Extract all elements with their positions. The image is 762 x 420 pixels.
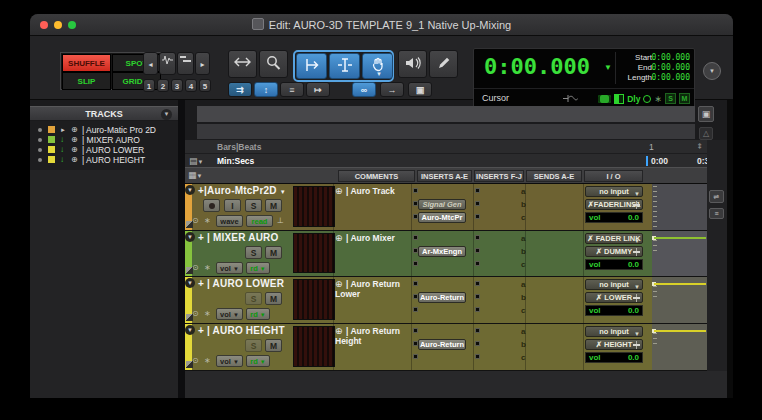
insert-b-plugin[interactable]: Auro-Return <box>418 339 466 350</box>
track-compensation-icon[interactable] <box>614 94 624 104</box>
zoomer-tool-button[interactable] <box>259 50 288 78</box>
track-list-view-icon[interactable]: ▦▼ <box>188 170 202 180</box>
solo-button[interactable]: S <box>245 246 262 259</box>
track-comment[interactable]: | Auro Return <box>346 279 416 289</box>
track-show-dot[interactable] <box>38 138 42 142</box>
send-a[interactable]: a <box>521 326 541 337</box>
smart-tool-group[interactable]: ▼ <box>293 50 394 82</box>
output-window-icon[interactable] <box>633 248 640 256</box>
track-comment-line2[interactable]: Lower <box>335 289 415 299</box>
timebase-icon[interactable]: ⊙ <box>192 216 199 226</box>
track-comment[interactable]: | Auro Return <box>346 326 416 336</box>
mute-button[interactable]: M <box>265 199 282 212</box>
mirrored-midi-editing-button[interactable]: ▣ <box>408 82 432 97</box>
sends-ae-column-header[interactable]: SENDS A-E <box>526 170 582 182</box>
volume-automation-line[interactable] <box>654 330 706 332</box>
mute-button[interactable]: M <box>265 292 282 305</box>
timebase-icon[interactable]: ⊙ <box>192 309 199 319</box>
track-resize-handle[interactable] <box>186 314 193 321</box>
timeline-strip-lower[interactable] <box>197 124 695 139</box>
track-resize-handle[interactable] <box>186 361 193 368</box>
zoom-preset-2[interactable]: 2 <box>157 79 169 92</box>
track-options-button[interactable]: ▼ <box>185 325 195 335</box>
link-timeline-edit-button[interactable]: ∞ <box>352 82 376 97</box>
send-b[interactable]: b <box>521 246 541 257</box>
insert-slot-g[interactable] <box>475 248 480 253</box>
send-a[interactable]: a <box>521 279 541 290</box>
selection-end-value[interactable]: 0:00.000 <box>648 63 690 73</box>
track-lane-auro-mtcpr2d[interactable] <box>652 184 707 231</box>
track-list-item[interactable]: ► ⊕ | Auro-Matic Pro 2D <box>30 125 178 135</box>
solo-button[interactable]: S <box>245 199 262 212</box>
timeline-strip-upper[interactable] <box>197 106 695 122</box>
comments-column-header[interactable]: COMMENTS <box>338 170 415 182</box>
trimmer-tool-button[interactable] <box>296 53 327 79</box>
insert-slot-h[interactable] <box>475 354 480 359</box>
delay-compensation-badge[interactable]: Dly <box>627 94 640 104</box>
timeline-insertion-icon[interactable] <box>598 95 611 103</box>
insert-slot-f[interactable] <box>475 235 480 240</box>
zoom-toggle-button[interactable] <box>228 50 257 78</box>
track-name[interactable]: + | AURO LOWER <box>198 278 284 289</box>
output-window-icon[interactable] <box>633 341 640 349</box>
track-resize-handle[interactable] <box>186 267 193 274</box>
record-arm-button[interactable] <box>203 199 220 212</box>
panel-divider[interactable] <box>178 100 185 398</box>
audio-zoom-button[interactable] <box>159 52 176 75</box>
send-a[interactable]: a <box>521 186 541 197</box>
track-name[interactable]: + | AURO HEIGHT <box>198 325 285 336</box>
output-window-icon[interactable] <box>633 294 640 302</box>
zoom-preset-3[interactable]: 3 <box>171 79 183 92</box>
audio-zoom-in-button[interactable]: ⇌ <box>709 190 724 203</box>
zoom-horizontal-out-button[interactable]: ◂ <box>143 52 158 75</box>
ruler-expand-icon[interactable]: ⇞ <box>696 142 703 151</box>
insert-slot-a[interactable] <box>413 328 418 333</box>
input-monitor-button[interactable]: I <box>224 199 241 212</box>
input-selector[interactable]: ✗ FADER LINK▼ <box>585 233 643 244</box>
insert-slot-c[interactable] <box>413 354 418 359</box>
track-view-selector[interactable]: wave <box>216 215 243 227</box>
zoom-horizontal-in-button[interactable]: ▸ <box>195 52 210 75</box>
send-c[interactable]: c <box>521 352 541 363</box>
output-selector[interactable]: ✗FADERLINS1 <box>585 199 643 210</box>
send-c[interactable]: c <box>521 305 541 316</box>
send-a[interactable]: a <box>521 233 541 244</box>
global-solo-badge[interactable]: S <box>665 93 676 104</box>
output-selector[interactable]: ✗ HEIGHT <box>585 339 643 350</box>
pencil-tool-button[interactable] <box>429 50 458 78</box>
insert-slot-c[interactable] <box>413 261 418 266</box>
track-list-name[interactable]: | Auro-Matic Pro 2D <box>82 125 156 135</box>
track-list-item[interactable]: ↓ ⊕ | AURO HEIGHT <box>30 155 178 165</box>
output-window-icon[interactable] <box>633 201 640 209</box>
timebase-icon[interactable]: ⊙ <box>192 263 199 273</box>
send-c[interactable]: c <box>521 259 541 270</box>
send-b[interactable]: b <box>521 199 541 210</box>
playhead-marker[interactable] <box>646 156 648 166</box>
insert-slot-f[interactable] <box>475 328 480 333</box>
layered-editing-button[interactable]: → <box>380 82 404 97</box>
tracks-menu-button[interactable]: ▼ <box>161 109 172 120</box>
track-show-dot[interactable] <box>38 148 42 152</box>
solo-button[interactable]: S <box>245 339 262 352</box>
track-list-name[interactable]: | AURO LOWER <box>82 145 144 155</box>
io-column-header[interactable]: I / O <box>584 170 643 182</box>
track-lane-auro-height[interactable] <box>652 324 707 371</box>
elastic-audio-icon[interactable]: ∗ <box>204 309 211 319</box>
link-track-edit-selection-button[interactable]: ↕ <box>254 82 278 97</box>
automation-mode-button[interactable]: rd ▼ <box>246 308 270 320</box>
tab-to-transient-button[interactable]: ⇉ <box>228 82 252 97</box>
grabber-tool-button[interactable]: ▼ <box>362 53 393 79</box>
insertion-follows-scrub-button[interactable]: ↦ <box>306 82 330 97</box>
marker-view-button[interactable]: △ <box>699 127 713 140</box>
zoom-preset-5[interactable]: 5 <box>199 79 211 92</box>
input-selector[interactable]: no input▼ <box>585 326 643 337</box>
global-mute-badge[interactable]: M <box>679 93 690 104</box>
insert-b-plugin[interactable]: Auro-Return <box>418 292 466 303</box>
insert-slot-c[interactable] <box>413 307 418 312</box>
send-c[interactable]: c <box>521 212 541 223</box>
insert-slot-f[interactable] <box>475 281 480 286</box>
midi-zoom-button[interactable] <box>177 52 194 75</box>
scrubber-tool-button[interactable] <box>398 50 427 78</box>
bars-beats-ruler[interactable]: Bars|Beats 1 ⇞ <box>185 140 707 154</box>
track-lane-mixer-auro[interactable] <box>652 231 707 277</box>
